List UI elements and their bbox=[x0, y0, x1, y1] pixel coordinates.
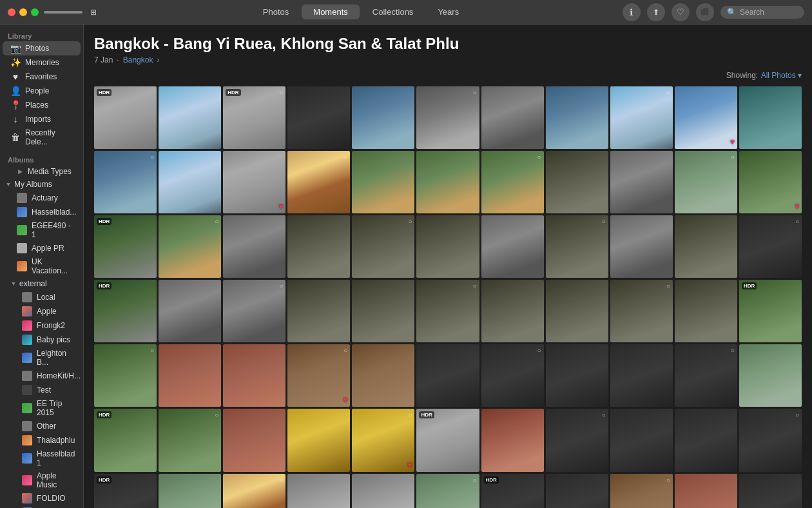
photo-cell[interactable] bbox=[481, 215, 544, 278]
photo-cell[interactable] bbox=[416, 344, 479, 407]
photo-cell[interactable]: ○ bbox=[610, 86, 673, 149]
sidebar-item-egee490[interactable]: EGEE490 - 1 bbox=[3, 219, 81, 241]
photo-cell[interactable] bbox=[159, 344, 221, 407]
sidebar-item-homekit[interactable]: HomeKit/H... bbox=[3, 369, 81, 383]
photo-cell[interactable] bbox=[223, 344, 285, 407]
sidebar-item-uk-vacation[interactable]: UK Vacation... bbox=[3, 255, 81, 277]
photo-cell[interactable] bbox=[352, 151, 414, 213]
sidebar-item-apple[interactable]: Apple bbox=[3, 304, 81, 318]
photo-cell[interactable]: ○ bbox=[159, 409, 221, 471]
photo-cell[interactable]: ○ bbox=[223, 474, 285, 508]
close-button[interactable] bbox=[8, 8, 15, 16]
sidebar-item-frongk2[interactable]: Frongk2 bbox=[3, 318, 81, 333]
photo-cell[interactable]: HDR bbox=[739, 280, 802, 342]
sidebar-item-media-types[interactable]: ▶ Media Types bbox=[3, 165, 81, 178]
share-button[interactable]: ⬆ bbox=[647, 3, 665, 21]
photo-cell[interactable] bbox=[352, 474, 414, 508]
photo-cell[interactable]: HDR○ bbox=[223, 86, 285, 149]
photo-cell[interactable]: ♥ bbox=[675, 474, 737, 508]
sidebar-item-recently-deleted[interactable]: 🗑Recently Dele... bbox=[3, 126, 81, 148]
photo-cell[interactable]: HDR bbox=[94, 86, 157, 149]
photo-cell[interactable]: ○ bbox=[546, 409, 608, 471]
photo-cell[interactable] bbox=[739, 86, 802, 149]
photo-cell[interactable] bbox=[287, 86, 350, 149]
photo-cell[interactable] bbox=[223, 215, 285, 278]
photo-cell[interactable]: ○ bbox=[675, 151, 737, 213]
breadcrumb-location[interactable]: Bangkok bbox=[123, 55, 153, 64]
minimize-button[interactable] bbox=[19, 8, 27, 16]
sidebar-item-memories[interactable]: ✨Memories bbox=[3, 55, 81, 70]
sidebar-item-local[interactable]: Local bbox=[3, 290, 81, 304]
sidebar-item-imports[interactable]: ↓Imports bbox=[3, 112, 81, 126]
photo-cell[interactable] bbox=[159, 86, 221, 149]
photo-cell[interactable]: ○ bbox=[481, 151, 544, 213]
photo-cell[interactable] bbox=[352, 86, 414, 149]
photo-cell[interactable]: ○ bbox=[287, 151, 350, 213]
export-button[interactable]: ⬛ bbox=[696, 3, 714, 21]
photo-cell[interactable]: HDR bbox=[481, 474, 544, 508]
sidebar-item-favorites[interactable]: ♥Favorites bbox=[3, 70, 81, 84]
photo-cell[interactable] bbox=[610, 215, 673, 278]
favorite-button[interactable]: ♡ bbox=[672, 3, 690, 21]
photo-cell[interactable]: HDR bbox=[416, 409, 479, 471]
info-button[interactable]: ℹ bbox=[623, 3, 641, 21]
photo-cell[interactable] bbox=[610, 344, 673, 407]
photo-cell[interactable]: ○♥ bbox=[287, 344, 350, 407]
photo-cell[interactable] bbox=[352, 344, 414, 407]
photo-cell[interactable] bbox=[159, 151, 221, 213]
photo-cell[interactable] bbox=[287, 215, 350, 278]
photo-cell[interactable]: ♥ bbox=[739, 151, 802, 213]
photo-cell[interactable] bbox=[287, 409, 350, 471]
photo-cell[interactable]: HDR bbox=[94, 280, 157, 342]
photo-cell[interactable]: ○ bbox=[94, 151, 157, 213]
sidebar-item-hasselblad-1[interactable]: Hasselblad 1 bbox=[3, 447, 81, 469]
sidebar-item-leighton-b[interactable]: Leighton B... bbox=[3, 347, 81, 369]
photo-cell[interactable] bbox=[546, 86, 608, 149]
photo-cell[interactable] bbox=[416, 151, 479, 213]
photo-cell[interactable]: HDR bbox=[94, 474, 157, 508]
photo-cell[interactable] bbox=[546, 474, 608, 508]
photo-cell[interactable] bbox=[287, 280, 350, 342]
photo-cell[interactable] bbox=[546, 280, 608, 342]
photo-cell[interactable] bbox=[352, 280, 414, 342]
photo-cell[interactable]: ○ bbox=[416, 280, 479, 342]
photo-cell[interactable] bbox=[481, 409, 544, 471]
photo-cell[interactable] bbox=[675, 280, 737, 342]
photo-cell[interactable]: ○ bbox=[223, 280, 285, 342]
showing-value[interactable]: All Photos ▾ bbox=[761, 71, 802, 80]
photo-cell[interactable]: ○ bbox=[94, 344, 157, 407]
sidebar-item-test[interactable]: Test bbox=[3, 383, 81, 397]
photo-cell[interactable] bbox=[610, 409, 673, 471]
photo-cell[interactable] bbox=[159, 474, 221, 508]
photo-cell[interactable] bbox=[481, 280, 544, 342]
my-albums-header[interactable]: ▼ My Albums bbox=[0, 178, 83, 191]
photo-cell[interactable] bbox=[546, 151, 608, 213]
photo-cell[interactable]: HDR bbox=[94, 409, 157, 471]
grid-icon[interactable]: ⊞ bbox=[88, 6, 99, 18]
photo-cell[interactable] bbox=[739, 344, 802, 407]
photo-cell[interactable] bbox=[159, 280, 221, 342]
sidebar-item-people[interactable]: 👤People bbox=[3, 84, 81, 98]
photo-cell[interactable] bbox=[223, 409, 285, 471]
slider[interactable] bbox=[44, 11, 82, 14]
sidebar-item-photos[interactable]: 📷Photos bbox=[3, 41, 81, 55]
sidebar-item-hasselblad[interactable]: Hasselblad... bbox=[3, 205, 81, 219]
photo-cell[interactable]: ○ bbox=[610, 280, 673, 342]
photo-cell[interactable] bbox=[739, 474, 802, 508]
external-header[interactable]: ▼ external bbox=[0, 277, 83, 290]
photo-cell[interactable]: ○ bbox=[352, 215, 414, 278]
nav-tab-collections[interactable]: Collections bbox=[361, 5, 425, 19]
photo-cell[interactable]: HDR bbox=[94, 215, 157, 278]
sidebar-item-apple-music[interactable]: Apple Music bbox=[3, 469, 81, 491]
maximize-button[interactable] bbox=[31, 8, 39, 16]
photo-cell[interactable]: ○ bbox=[739, 409, 802, 471]
photo-cell[interactable]: ♥ bbox=[675, 86, 737, 149]
photo-cell[interactable]: ○ bbox=[416, 474, 479, 508]
sidebar-item-thaladphlu[interactable]: Thaladphlu bbox=[3, 433, 81, 447]
photo-cell[interactable] bbox=[287, 474, 350, 508]
nav-tab-years[interactable]: Years bbox=[426, 5, 470, 19]
photo-cell[interactable]: ○ bbox=[159, 215, 221, 278]
nav-tab-photos[interactable]: Photos bbox=[251, 5, 300, 19]
photo-cell[interactable] bbox=[416, 215, 479, 278]
photo-cell[interactable]: ♥ bbox=[223, 151, 285, 213]
